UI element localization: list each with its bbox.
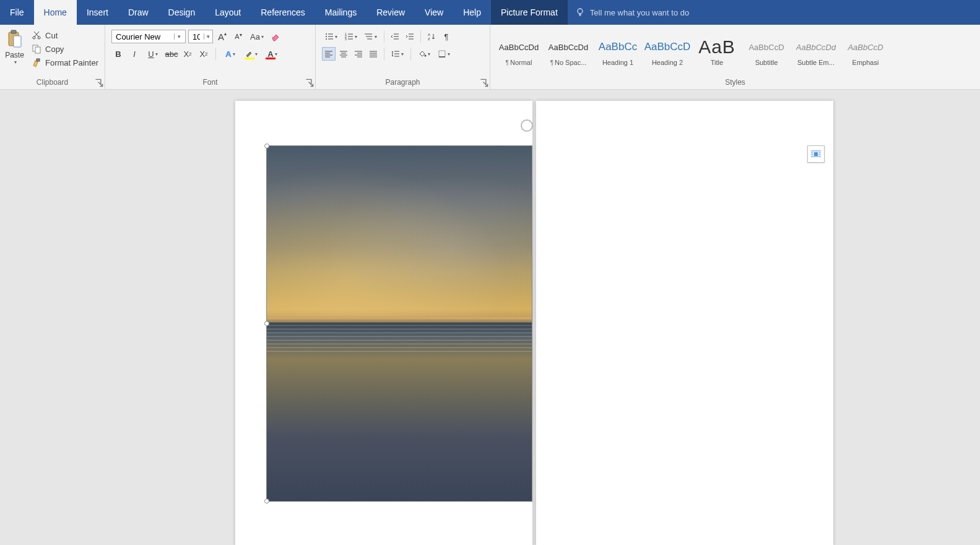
ribbon: Paste ▾ Cut Copy Format Painter Clipboar… xyxy=(0,25,980,90)
font-group-label: Font xyxy=(108,77,313,89)
ribbon-tabs: File Home Insert Draw Design Layout Refe… xyxy=(0,0,980,25)
sort-icon: AZ xyxy=(427,32,436,41)
subscript-button[interactable]: X2 xyxy=(181,47,194,61)
group-styles: AaBbCcDd¶NormalAaBbCcDd¶No Spac...AaBbCc… xyxy=(490,25,980,89)
tab-help[interactable]: Help xyxy=(453,0,491,25)
align-right-button[interactable] xyxy=(352,47,365,61)
tab-design[interactable]: Design xyxy=(158,0,206,25)
tab-picture-format[interactable]: Picture Format xyxy=(491,0,568,25)
bullets-button[interactable]: ▾ xyxy=(322,30,340,43)
style-preview: AaBbCcDd xyxy=(549,35,588,59)
grow-font-button[interactable]: A▴ xyxy=(215,30,229,43)
style-subtle-em-[interactable]: AaBbCcDdSubtle Em... xyxy=(791,28,841,73)
underline-button[interactable]: U▾ xyxy=(144,47,162,61)
resize-handle-mid-left[interactable] xyxy=(264,321,269,326)
align-right-icon xyxy=(354,49,363,58)
font-name-input[interactable] xyxy=(112,32,174,41)
style-preview: AaBbCcDd xyxy=(499,35,539,59)
format-painter-button[interactable]: Format Painter xyxy=(30,57,100,68)
increase-indent-button[interactable] xyxy=(403,30,417,43)
paste-label: Paste xyxy=(5,51,24,59)
style-heading-2[interactable]: AaBbCcDHeading 2 xyxy=(643,28,692,73)
tab-mailings[interactable]: Mailings xyxy=(315,0,366,25)
strikethrough-button[interactable]: abc xyxy=(165,47,178,61)
style--normal[interactable]: AaBbCcDd¶Normal xyxy=(494,28,544,73)
italic-button[interactable]: I xyxy=(128,47,141,61)
show-hide-button[interactable]: ¶ xyxy=(440,30,453,43)
shading-button[interactable]: ▾ xyxy=(415,47,433,61)
sort-button[interactable]: AZ xyxy=(425,30,438,43)
outdent-icon xyxy=(391,32,399,41)
svg-point-5 xyxy=(38,36,40,39)
page-1[interactable] xyxy=(235,101,532,545)
paragraph-group-label: Paragraph xyxy=(318,77,487,89)
format-painter-label: Format Painter xyxy=(45,58,98,67)
tab-review[interactable]: Review xyxy=(366,0,415,25)
layout-options-button[interactable] xyxy=(807,145,825,163)
paste-button[interactable]: Paste ▾ xyxy=(2,27,27,67)
tab-insert[interactable]: Insert xyxy=(77,0,118,25)
font-launcher[interactable] xyxy=(305,79,314,87)
page-2[interactable] xyxy=(536,101,833,545)
style-title[interactable]: AaBTitle xyxy=(692,28,742,73)
justify-button[interactable] xyxy=(366,47,380,61)
svg-point-9 xyxy=(326,33,327,35)
resize-handle-top-left[interactable] xyxy=(264,144,269,148)
borders-button[interactable]: ▾ xyxy=(435,47,453,61)
lightbulb-icon xyxy=(575,7,585,17)
eraser-icon xyxy=(271,32,280,41)
clear-formatting-button[interactable] xyxy=(269,30,282,43)
font-size-combo[interactable]: ▾ xyxy=(188,30,213,43)
styles-gallery[interactable]: AaBbCcDd¶NormalAaBbCcDd¶No Spac...AaBbCc… xyxy=(493,27,891,74)
numbering-button[interactable]: 123▾ xyxy=(342,30,360,43)
superscript-button[interactable]: X2 xyxy=(197,47,210,61)
shrink-font-button[interactable]: A▾ xyxy=(232,30,245,43)
style-name-label: Title xyxy=(711,59,723,66)
change-case-button[interactable]: Aa▾ xyxy=(248,30,266,43)
document-canvas[interactable] xyxy=(0,90,980,545)
style-heading-1[interactable]: AaBbCcHeading 1 xyxy=(593,28,643,73)
font-size-input[interactable] xyxy=(189,32,204,41)
tab-file[interactable]: File xyxy=(0,0,34,25)
font-color-button[interactable]: A▾ xyxy=(263,47,282,61)
style-name-label: Subtitle xyxy=(755,59,778,66)
chevron-down-icon[interactable]: ▾ xyxy=(204,33,212,40)
chevron-down-icon[interactable]: ▾ xyxy=(174,33,184,40)
svg-point-15 xyxy=(365,33,366,35)
style-name-label: Subtle Em... xyxy=(797,59,835,66)
text-effects-button[interactable]: A▾ xyxy=(221,47,240,61)
decrease-indent-button[interactable] xyxy=(388,30,402,43)
bold-button[interactable]: B xyxy=(111,47,125,61)
style-emphasi[interactable]: AaBbCcDEmphasi xyxy=(841,28,890,73)
cut-button[interactable]: Cut xyxy=(30,30,100,41)
svg-point-20 xyxy=(425,55,427,57)
paragraph-launcher[interactable] xyxy=(480,79,488,87)
resize-handle-bottom-left[interactable] xyxy=(264,499,269,504)
svg-point-16 xyxy=(366,36,367,37)
style--no-spac-[interactable]: AaBbCcDd¶No Spac... xyxy=(544,28,593,73)
svg-rect-2 xyxy=(11,30,16,33)
tab-view[interactable]: View xyxy=(415,0,453,25)
style-name-label: ¶Normal xyxy=(506,59,532,66)
align-center-button[interactable] xyxy=(337,47,350,61)
copy-button[interactable]: Copy xyxy=(30,43,100,54)
cut-label: Cut xyxy=(45,31,58,40)
tell-me-search[interactable]: Tell me what you want to do xyxy=(568,0,696,25)
tab-layout[interactable]: Layout xyxy=(205,0,251,25)
tab-home[interactable]: Home xyxy=(34,0,77,25)
tab-draw[interactable]: Draw xyxy=(118,0,158,25)
highlight-button[interactable]: ▾ xyxy=(242,47,261,61)
justify-icon xyxy=(369,49,378,58)
inserted-picture[interactable] xyxy=(266,145,532,502)
tab-references[interactable]: References xyxy=(251,0,315,25)
paste-icon xyxy=(6,30,24,49)
line-spacing-button[interactable]: ▾ xyxy=(388,47,407,61)
multilevel-list-button[interactable]: ▾ xyxy=(362,30,380,43)
separator xyxy=(384,30,384,43)
style-name-label: ¶No Spac... xyxy=(550,59,587,66)
font-name-combo[interactable]: ▾ xyxy=(111,30,186,43)
style-subtitle[interactable]: AaBbCcDSubtitle xyxy=(742,28,791,73)
style-name-label: Emphasi xyxy=(852,59,879,66)
align-left-button[interactable] xyxy=(322,47,336,61)
clipboard-launcher[interactable] xyxy=(95,79,103,87)
